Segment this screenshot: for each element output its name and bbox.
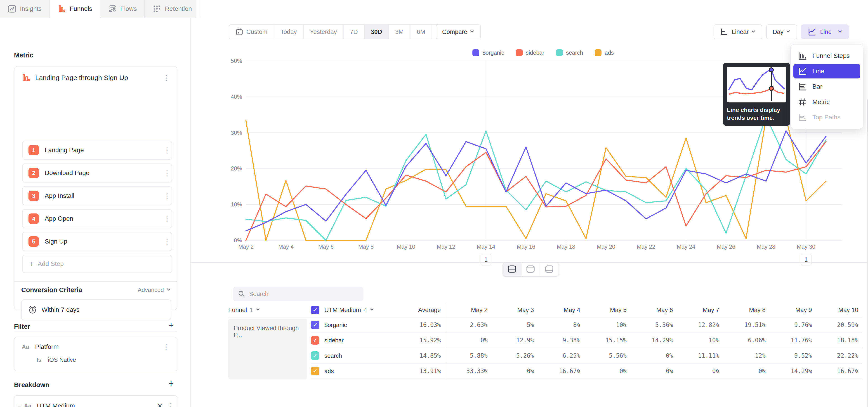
add-step-label: Add Step: [38, 260, 64, 268]
cell-value: 19.51%: [723, 317, 770, 333]
series-checkbox[interactable]: ✓: [311, 321, 319, 329]
date-column-header[interactable]: May 4: [538, 303, 584, 317]
funnel-cell[interactable]: Product Viewed through P...: [228, 319, 307, 379]
range-custom[interactable]: Custom: [229, 25, 274, 39]
cell-value: 0%: [723, 364, 770, 379]
table-search-input[interactable]: Search: [233, 287, 364, 301]
filter-operator[interactable]: Is: [37, 356, 41, 363]
step-kebab-menu[interactable]: ⋮: [162, 214, 172, 223]
line-chart-icon: [807, 27, 816, 36]
series-checkbox[interactable]: ✓: [311, 336, 319, 345]
date-column-header[interactable]: May 6: [631, 303, 677, 317]
date-column-header[interactable]: May 10: [816, 303, 862, 317]
chart-panel-view-toggle[interactable]: [522, 263, 540, 276]
menu-item-metric[interactable]: Metric: [794, 95, 860, 109]
split-view-toggle[interactable]: [503, 263, 522, 276]
table-panel-view-icon: [545, 265, 554, 274]
x-axis-tick-label: May 24: [677, 244, 695, 250]
range-today[interactable]: Today: [274, 25, 304, 39]
funnel-step-row[interactable]: 2Download Page⋮: [22, 163, 172, 183]
linear-scale-icon: [720, 28, 728, 36]
breakdown-column-header[interactable]: ✓UTM Medium4: [311, 303, 406, 317]
layout-view-toggles: [502, 262, 559, 277]
tab-label: Flows: [120, 5, 137, 12]
funnel-col-label: Funnel: [228, 307, 247, 314]
range-30d[interactable]: 30D: [365, 25, 389, 39]
cell-value: 12.82%: [677, 317, 723, 333]
tab-funnels[interactable]: Funnels: [50, 0, 101, 18]
x-axis-tick-label: May 14: [477, 244, 495, 250]
average-column-header[interactable]: Average: [406, 303, 445, 317]
funnel-steps-icon: [798, 51, 807, 60]
average-value: 16.03%: [406, 317, 445, 333]
compare-button[interactable]: Compare: [436, 24, 481, 39]
interval-dropdown[interactable]: Day: [766, 24, 797, 39]
chevron-down-icon: [469, 29, 474, 35]
funnel-step-row[interactable]: 5Sign Up⋮: [22, 232, 172, 251]
date-column-header[interactable]: May 9: [770, 303, 816, 317]
insights-icon: [8, 4, 16, 13]
menu-item-funnel-steps[interactable]: Funnel Steps: [794, 49, 860, 63]
range-7d[interactable]: 7D: [344, 25, 365, 39]
menu-item-line[interactable]: Line: [794, 64, 860, 79]
remove-breakdown-icon[interactable]: ✕: [154, 402, 166, 407]
annotation-badge[interactable]: 1: [480, 254, 491, 265]
funnel-column-header[interactable]: Funnel1: [228, 303, 311, 317]
query-builder-sidebar: Metric Landing Page through Sign Up ⋮ 1L…: [0, 18, 191, 407]
step-kebab-menu[interactable]: ⋮: [162, 237, 172, 246]
tab-insights[interactable]: Insights: [0, 0, 50, 18]
annotation-badge[interactable]: 1: [801, 254, 811, 265]
table-row-series[interactable]: ✓sidebar: [311, 333, 406, 348]
series-line-ads[interactable]: [246, 118, 826, 240]
step-kebab-menu[interactable]: ⋮: [162, 146, 172, 155]
search-placeholder: Search: [249, 290, 269, 298]
tab-label: Retention: [165, 5, 192, 12]
breakdown-kebab-menu[interactable]: ⋮: [166, 401, 175, 407]
tooltip-text: Line charts display trends over time.: [727, 106, 786, 122]
table-row-series[interactable]: ✓$organic: [311, 317, 406, 333]
step-kebab-menu[interactable]: ⋮: [162, 168, 172, 178]
conversion-window-button[interactable]: Within 7 days: [21, 300, 171, 320]
date-column-header[interactable]: May 5: [584, 303, 631, 317]
add-filter-button[interactable]: +: [166, 320, 176, 330]
series-name: $organic: [324, 321, 347, 328]
date-column-header[interactable]: May 3: [492, 303, 538, 317]
series-checkbox[interactable]: ✓: [311, 351, 319, 360]
add-step-button[interactable]: + Add Step: [22, 255, 172, 273]
cell-value: 10%: [584, 317, 631, 333]
filter-kebab-menu[interactable]: ⋮: [162, 342, 170, 351]
clock-icon: [28, 305, 37, 314]
date-column-header[interactable]: May 2: [445, 303, 492, 317]
table-row-series[interactable]: ✓search: [311, 348, 406, 364]
menu-item-bar[interactable]: Bar: [794, 80, 860, 94]
add-breakdown-button[interactable]: +: [166, 378, 176, 389]
date-column-header[interactable]: May 8: [723, 303, 770, 317]
select-all-checkbox[interactable]: ✓: [311, 306, 319, 314]
range-6m[interactable]: 6M: [410, 25, 432, 39]
series-line-search[interactable]: [246, 117, 826, 240]
table-row-series[interactable]: ✓ads: [311, 364, 406, 379]
tab-flows[interactable]: Flows: [100, 0, 145, 18]
series-checkbox[interactable]: ✓: [311, 367, 319, 375]
funnel-step-row[interactable]: 4App Open⋮: [22, 209, 172, 228]
funnel-step-row[interactable]: 3App Install⋮: [22, 186, 172, 205]
scale-dropdown[interactable]: Linear: [714, 24, 762, 39]
step-label: Sign Up: [45, 238, 162, 245]
step-kebab-menu[interactable]: ⋮: [162, 191, 172, 200]
chart-type-dropdown[interactable]: Line: [801, 24, 849, 39]
range-label: 7D: [350, 29, 358, 35]
average-value: 14.85%: [406, 348, 445, 364]
funnel-step-row[interactable]: 1Landing Page⋮: [22, 140, 172, 160]
chart-controls: Linear Day Line: [714, 24, 849, 39]
breakdown-table: Funnel1✓UTM Medium4AverageMay 2May 3May …: [228, 303, 862, 379]
range-3m[interactable]: 3M: [389, 25, 410, 39]
step-number-badge: 3: [29, 191, 39, 201]
drag-handle-icon[interactable]: ≡: [18, 403, 21, 407]
range-yesterday[interactable]: Yesterday: [304, 25, 344, 39]
step-label: Download Page: [45, 169, 162, 177]
date-column-header[interactable]: May 7: [677, 303, 723, 317]
filter-value[interactable]: iOS Native: [48, 356, 76, 363]
metric-kebab-menu[interactable]: ⋮: [162, 73, 171, 82]
table-panel-view-toggle[interactable]: [540, 263, 559, 276]
advanced-dropdown[interactable]: Advanced: [138, 286, 171, 293]
